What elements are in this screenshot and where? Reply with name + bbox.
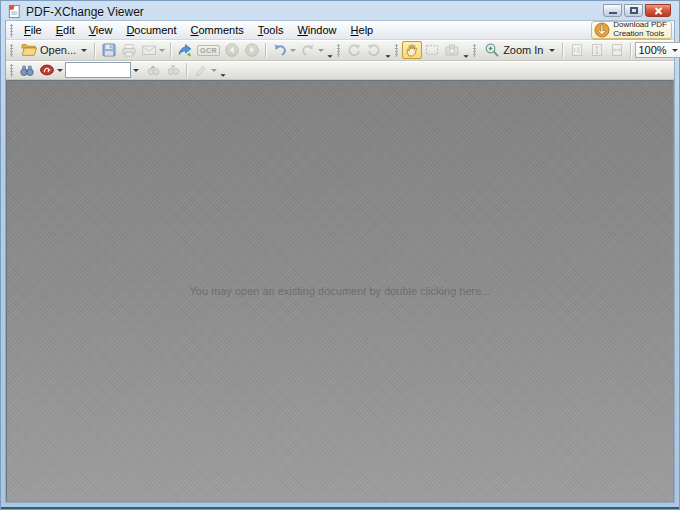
highlight-dropdown-caret-icon <box>211 69 217 72</box>
toolbar-overflow-caret-icon[interactable] <box>464 55 469 58</box>
menu-help-label: Help <box>351 24 374 36</box>
menu-tools-label: Tools <box>258 24 284 36</box>
save-icon <box>101 42 117 58</box>
minimize-button[interactable] <box>603 4 622 17</box>
fit-page-icon <box>589 42 605 58</box>
go-forward-button[interactable] <box>242 41 262 59</box>
zoom-level-combo[interactable]: 100% <box>635 42 680 58</box>
zoom-tool-dropdown-caret-icon <box>549 49 555 52</box>
hand-tool-button[interactable] <box>402 41 422 59</box>
close-icon <box>654 6 663 15</box>
separator <box>562 43 564 58</box>
actual-size-button[interactable] <box>567 41 587 59</box>
title-bar: PDF-XChange Viewer <box>5 1 675 20</box>
rotate-cw-icon <box>366 42 382 58</box>
ocr-button[interactable]: OCR <box>195 41 222 59</box>
go-back-button[interactable] <box>222 41 242 59</box>
undo-dropdown-caret-icon <box>290 49 296 52</box>
menu-help[interactable]: Help <box>344 22 381 39</box>
menu-edit-label: Edit <box>56 24 75 36</box>
open-button-label: Open... <box>40 44 76 56</box>
undo-icon <box>272 42 288 58</box>
zoom-toolbar-grip[interactable] <box>473 44 476 57</box>
find-next-button[interactable] <box>163 61 183 79</box>
promo-line2: Creation Tools <box>613 30 667 39</box>
export-button[interactable] <box>175 41 195 59</box>
find-toolbar <box>6 61 674 80</box>
snapshot-tool-icon <box>444 42 460 58</box>
separator <box>186 63 188 78</box>
highlighter-icon <box>193 62 209 78</box>
open-folder-icon <box>21 42 37 58</box>
find-input[interactable] <box>65 62 131 78</box>
toolbar-overflow-caret-icon[interactable] <box>328 55 333 58</box>
find-previous-button[interactable] <box>143 61 163 79</box>
ocr-icon: OCR <box>197 45 220 56</box>
fit-width-button[interactable] <box>607 41 627 59</box>
menu-window-label: Window <box>297 24 336 36</box>
search-provider-button[interactable] <box>37 61 65 79</box>
fit-page-button[interactable] <box>587 41 607 59</box>
file-toolbar-grip[interactable] <box>10 44 13 57</box>
save-button[interactable] <box>99 41 119 59</box>
app-window: PDF-XChange Viewer File Edit View Docume… <box>0 0 680 510</box>
menu-file[interactable]: File <box>17 22 49 39</box>
menu-comments[interactable]: Comments <box>184 22 251 39</box>
menu-window[interactable]: Window <box>290 22 343 39</box>
menu-document-label: Document <box>126 24 176 36</box>
close-button[interactable] <box>645 4 671 17</box>
separator <box>630 43 632 58</box>
redo-button[interactable] <box>298 41 326 59</box>
promo-label: Download PDF Creation Tools <box>613 21 667 39</box>
print-icon <box>121 42 137 58</box>
binoculars-icon <box>19 62 35 78</box>
find-toolbar-grip[interactable] <box>10 64 13 77</box>
find-history-caret-icon <box>133 69 139 72</box>
menu-edit[interactable]: Edit <box>49 22 82 39</box>
separator <box>265 43 267 58</box>
search-button[interactable] <box>17 61 37 79</box>
tools-toolbar-grip[interactable] <box>395 44 398 57</box>
menu-tools[interactable]: Tools <box>251 22 291 39</box>
document-area[interactable]: You may open an existing document by dou… <box>6 80 674 502</box>
menu-file-label: File <box>24 24 42 36</box>
menu-bar: File Edit View Document Comments Tools W… <box>6 21 674 40</box>
actual-size-icon <box>569 42 585 58</box>
main-toolbar: Open... <box>6 40 674 61</box>
undo-button[interactable] <box>270 41 298 59</box>
rotate-toolbar-grip[interactable] <box>337 44 340 57</box>
menubar-grip[interactable] <box>10 24 13 37</box>
app-icon <box>7 4 22 19</box>
maximize-icon <box>630 7 638 14</box>
menu-view[interactable]: View <box>82 22 120 39</box>
toolbar-overflow-caret-icon[interactable] <box>220 74 225 77</box>
snapshot-tool-button[interactable] <box>442 41 462 59</box>
menu-comments-label: Comments <box>191 24 244 36</box>
separator <box>94 43 96 58</box>
select-tool-icon <box>424 42 440 58</box>
toolbar-overflow-caret-icon[interactable] <box>386 55 391 58</box>
download-pdf-creation-tools-button[interactable]: Download PDF Creation Tools <box>591 21 672 39</box>
email-button[interactable] <box>139 41 167 59</box>
redo-icon <box>300 42 316 58</box>
client-area: File Edit View Document Comments Tools W… <box>5 20 675 503</box>
menu-document[interactable]: Document <box>119 22 183 39</box>
maximize-button[interactable] <box>624 4 643 17</box>
open-dropdown-caret-icon <box>81 49 87 52</box>
zoom-in-tool-button[interactable]: Zoom In <box>480 41 558 59</box>
empty-document-hint: You may open an existing document by dou… <box>189 285 490 297</box>
find-next-icon <box>165 62 181 78</box>
highlight-tool-button[interactable] <box>191 61 219 79</box>
hand-tool-icon <box>404 42 420 58</box>
hand-cursor-icon <box>594 22 610 38</box>
search-provider-icon <box>39 62 55 78</box>
open-button[interactable]: Open... <box>17 41 91 59</box>
print-button[interactable] <box>119 41 139 59</box>
provider-dropdown-caret-icon <box>57 69 63 72</box>
rotate-ccw-button[interactable] <box>344 41 364 59</box>
window-controls <box>603 4 671 17</box>
rotate-cw-button[interactable] <box>364 41 384 59</box>
forward-arrow-icon <box>244 42 260 58</box>
redo-dropdown-caret-icon <box>318 49 324 52</box>
select-tool-button[interactable] <box>422 41 442 59</box>
